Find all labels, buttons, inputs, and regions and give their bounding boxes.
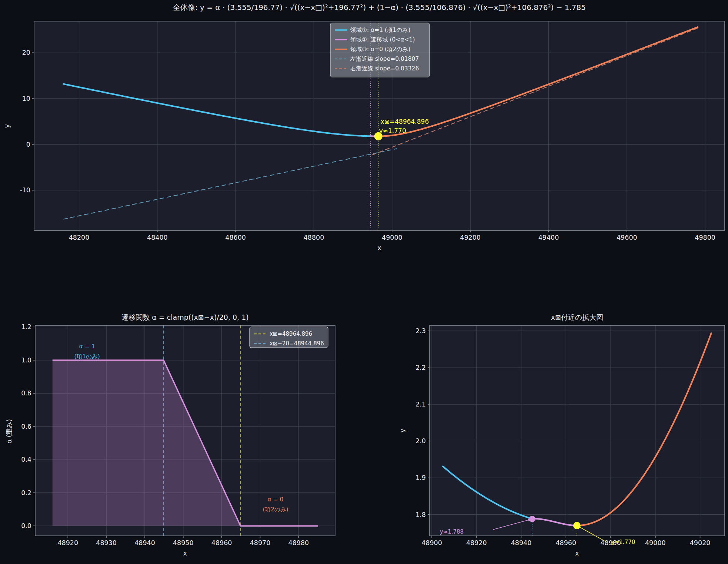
svg-text:1.2: 1.2: [21, 323, 31, 331]
overview-legend: 領域①: α=1 (項1のみ)領域②: 遷移域 (0<α<1)領域③: α=0 …: [330, 23, 430, 77]
svg-text:48920: 48920: [57, 539, 78, 547]
svg-text:48970: 48970: [250, 539, 271, 547]
svg-text:49800: 49800: [695, 234, 715, 241]
svg-text:0: 0: [26, 141, 30, 148]
svg-text:0.0: 0.0: [21, 522, 31, 530]
alpha-annotation-2: α = 0: [268, 496, 284, 503]
svg-text:x⊠−20=48944.896: x⊠−20=48944.896: [270, 340, 324, 347]
svg-text:領域③: α=0 (項2のみ): 領域③: α=0 (項2のみ): [350, 46, 410, 53]
svg-text:-10: -10: [20, 186, 30, 194]
svg-text:48400: 48400: [147, 234, 168, 241]
alpha-annotation-3: (項2のみ): [263, 506, 288, 513]
svg-text:2.2: 2.2: [415, 364, 426, 371]
svg-text:48930: 48930: [96, 539, 117, 547]
zoom-chart-title: x⊠付近の拡大図: [430, 313, 725, 322]
svg-text:48950: 48950: [173, 539, 194, 547]
svg-text:49600: 49600: [617, 234, 637, 241]
svg-text:49000: 49000: [382, 234, 403, 241]
svg-text:48960: 48960: [555, 539, 576, 547]
svg-text:48600: 48600: [225, 234, 246, 241]
svg-text:49400: 49400: [538, 234, 559, 241]
svg-text:48980: 48980: [600, 539, 621, 547]
overview-chart-title: 全体像: y = α · (3.555/196.77) · √((x−x□)²+…: [34, 3, 725, 13]
alpha-yaxis-label: α (重み): [5, 419, 14, 444]
svg-text:10: 10: [22, 95, 30, 102]
svg-text:右漸近線 slope=0.03326: 右漸近線 slope=0.03326: [350, 65, 419, 72]
svg-text:48960: 48960: [211, 539, 232, 547]
svg-text:0.8: 0.8: [21, 389, 31, 397]
alpha-annotation-1: (項1のみ): [74, 353, 100, 360]
overview-yaxis-label: y: [3, 124, 11, 128]
svg-text:49020: 49020: [690, 539, 711, 547]
svg-text:48920: 48920: [466, 539, 487, 547]
svg-text:48940: 48940: [511, 539, 532, 547]
zoom-transition-point-marker: [529, 516, 535, 522]
svg-text:領域②: 遷移域 (0<α<1): 領域②: 遷移域 (0<α<1): [350, 36, 415, 43]
svg-text:49000: 49000: [645, 539, 666, 547]
svg-text:20: 20: [22, 49, 30, 56]
zoom-xaxis-label: x: [430, 550, 725, 557]
overview-xaxis-label: x: [34, 244, 725, 252]
overview-annotation-0: x⊠=48964.896: [381, 118, 429, 125]
alpha-chart-title: 遷移関数 α = clamp((x⊠−x)/20, 0, 1): [35, 313, 335, 322]
figure-canvas: x⊠=48964.896y≈1.770領域①: α=1 (項1のみ)領域②: 遷…: [0, 0, 728, 564]
alpha-annotation-0: α = 1: [79, 343, 95, 350]
svg-text:左漸近線 slope=0.01807: 左漸近線 slope=0.01807: [350, 56, 419, 62]
svg-text:48900: 48900: [421, 539, 442, 547]
svg-text:2.3: 2.3: [415, 327, 426, 335]
svg-text:48200: 48200: [69, 234, 90, 241]
zoom-chart: y≈1.788y≈1.77048900489204894048960489804…: [415, 325, 725, 547]
zoom-plot-area: [430, 325, 725, 536]
plots-svg: x⊠=48964.896y≈1.770領域①: α=1 (項1のみ)領域②: 遷…: [0, 0, 728, 564]
zoom-min-point-marker: [573, 522, 581, 529]
svg-text:48980: 48980: [288, 539, 309, 547]
svg-text:0.6: 0.6: [21, 423, 31, 430]
alpha-xaxis-label: x: [35, 550, 335, 557]
overview-annotation-1: y≈1.770: [379, 127, 406, 135]
svg-text:1.8: 1.8: [415, 511, 426, 518]
svg-text:1.0: 1.0: [21, 356, 31, 364]
svg-text:1.9: 1.9: [415, 474, 426, 481]
svg-text:0.4: 0.4: [21, 456, 31, 463]
svg-text:領域①: α=1 (項1のみ): 領域①: α=1 (項1のみ): [350, 27, 410, 33]
alpha-chart: α = 1(項1のみ)α = 0(項2のみ)x⊠=48964.896x⊠−20=…: [21, 323, 335, 547]
zoom-yaxis-label: y: [399, 429, 406, 432]
alpha-legend: x⊠=48964.896x⊠−20=48944.896: [250, 327, 328, 348]
svg-text:0.2: 0.2: [21, 489, 31, 497]
overview-chart: x⊠=48964.896y≈1.770領域①: α=1 (項1のみ)領域②: 遷…: [20, 21, 725, 241]
svg-text:48940: 48940: [134, 539, 155, 547]
svg-text:2.1: 2.1: [415, 401, 426, 408]
svg-text:2.0: 2.0: [415, 437, 426, 445]
svg-text:y≈1.788: y≈1.788: [440, 528, 464, 535]
svg-text:x⊠=48964.896: x⊠=48964.896: [270, 331, 312, 337]
svg-text:48800: 48800: [304, 234, 324, 241]
svg-text:49200: 49200: [460, 234, 481, 241]
